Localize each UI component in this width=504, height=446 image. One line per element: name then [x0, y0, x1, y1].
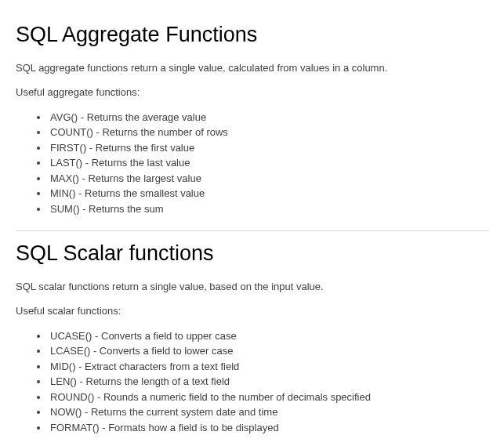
list-item: FIRST() - Returns the first value: [49, 140, 488, 156]
aggregate-list: AVG() - Returns the average value COUNT(…: [49, 110, 488, 217]
scalar-list: UCASE() - Converts a field to upper case…: [49, 328, 488, 436]
list-item: ROUND() - Rounds a numeric field to the …: [49, 390, 488, 405]
scalar-list-intro: Useful scalar functions:: [16, 303, 488, 319]
list-item: MID() - Extract characters from a text f…: [49, 359, 488, 375]
list-item: NOW() - Returns the current system date …: [49, 404, 488, 420]
list-item: AVG() - Returns the average value: [49, 110, 488, 125]
list-item: MIN() - Returns the smallest value: [49, 186, 488, 201]
scalar-heading: SQL Scalar functions: [16, 238, 488, 270]
aggregate-intro: SQL aggregate functions return a single …: [16, 60, 488, 76]
list-item: LEN() - Returns the length of a text fie…: [49, 374, 488, 390]
divider: [16, 230, 488, 231]
list-item: FORMAT() - Formats how a field is to be …: [49, 420, 488, 436]
list-item: COUNT() - Returns the number of rows: [49, 125, 488, 140]
scalar-intro: SQL scalar functions return a single val…: [16, 279, 488, 295]
list-item: SUM() - Returns the sum: [49, 201, 488, 217]
list-item: LCASE() - Converts a field to lower case: [49, 343, 488, 359]
aggregate-list-intro: Useful aggregate functions:: [16, 85, 488, 100]
list-item: UCASE() - Converts a field to upper case: [49, 328, 488, 344]
list-item: LAST() - Returns the last value: [49, 155, 488, 171]
aggregate-heading: SQL Aggregate Functions: [16, 19, 488, 51]
list-item: MAX() - Returns the largest value: [49, 171, 488, 187]
